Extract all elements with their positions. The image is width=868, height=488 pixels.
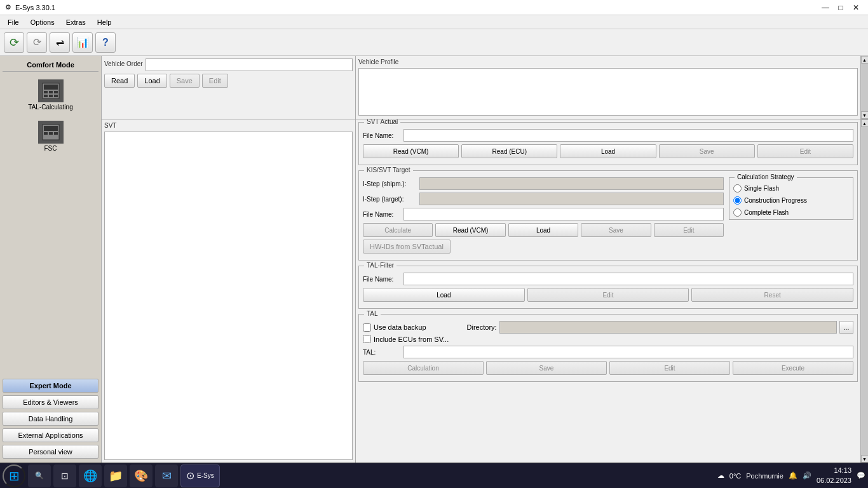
scroll-track[interactable] (861, 64, 869, 111)
search-button[interactable]: 🔍 (28, 464, 51, 487)
tal-filter-load-button[interactable]: Load (363, 288, 525, 302)
sidebar-item-tal-calculating[interactable]: TAL-Calculating (3, 74, 98, 116)
menu-options[interactable]: Options (25, 17, 60, 27)
minimize-button[interactable]: — (818, 2, 832, 13)
vehicle-order-edit-button[interactable]: Edit (202, 74, 228, 88)
svt-actual-read-ecu-button[interactable]: Read (ECU) (461, 144, 557, 158)
close-button[interactable]: ✕ (849, 2, 863, 13)
kis-load-button[interactable]: Load (508, 223, 578, 237)
use-data-backup-checkbox[interactable] (363, 323, 371, 332)
external-applications-button[interactable]: External Applications (3, 428, 98, 442)
svg-rect-4 (54, 91, 58, 93)
config-scroll-down-button[interactable]: ▼ (861, 455, 869, 463)
vehicle-profile-label: Vehicle Profile (358, 58, 858, 65)
config-scrollbar[interactable]: ▲ ▼ (860, 119, 868, 463)
forward-button[interactable]: ⟳ (27, 32, 47, 53)
tal-filter-filename-input[interactable] (403, 273, 853, 285)
svt-actual-filename-input[interactable] (403, 129, 853, 142)
edge-button[interactable]: 🌐 (79, 464, 102, 487)
scroll-up-button[interactable]: ▲ (861, 56, 869, 64)
svt-actual-read-vcm-button[interactable]: Read (VCM) (363, 144, 459, 158)
taskbar: ⊞ 🔍 ⊡ 🌐 📁 🎨 ✉ ⊙ E-Sys ☁ 0°C Pochmurnie 🔔… (0, 463, 868, 488)
maximize-button[interactable]: □ (834, 2, 848, 13)
clock-time: 14:13 (817, 466, 851, 475)
kis-calculate-button[interactable]: Calculate (363, 223, 433, 237)
svg-rect-1 (44, 85, 58, 90)
notification-icon[interactable]: 💬 (857, 471, 865, 480)
connection-button[interactable]: ⇌ (50, 32, 70, 53)
svt-actual-edit-button[interactable]: Edit (757, 144, 853, 158)
mail-button[interactable]: ✉ (155, 464, 178, 487)
kis-edit-button[interactable]: Edit (654, 223, 724, 237)
menu-extras[interactable]: Extras (61, 17, 91, 27)
taskbar-clock[interactable]: 14:13 06.02.2023 (817, 466, 851, 485)
files-button[interactable]: 📁 (104, 464, 127, 487)
tal-edit-button[interactable]: Edit (609, 361, 730, 375)
kis-svt-inner: I-Step (shipm.): I-Step (target): (363, 177, 853, 256)
kis-read-vcm-button[interactable]: Read (VCM) (435, 223, 505, 237)
personal-view-button[interactable]: Personal view (3, 445, 98, 459)
construction-progress-label: Construction Progress (744, 197, 807, 204)
istep-ship-dropdown-wrap (419, 177, 724, 190)
editors-viewers-button[interactable]: Editors & Viewers (3, 395, 98, 409)
kis-svt-buttons: Calculate Read (VCM) Load Save Edit (363, 223, 724, 237)
scroll-down-button[interactable]: ▼ (861, 111, 869, 119)
istep-target-dropdown-wrap (419, 193, 724, 205)
config-scroll-up-button[interactable]: ▲ (861, 119, 869, 127)
construction-progress-radio[interactable] (733, 196, 742, 205)
hw-ids-button[interactable]: HW-IDs from SVTactual (363, 240, 451, 254)
sidebar-item-fsc[interactable]: FSC (3, 116, 98, 157)
tal-execute-button[interactable]: Execute (733, 361, 853, 375)
tal-filter-buttons: Load Edit Reset (363, 288, 853, 302)
directory-input[interactable] (499, 321, 837, 334)
directory-browse-button[interactable]: ... (839, 321, 853, 334)
tal-input[interactable] (403, 346, 853, 358)
help-button[interactable]: ? (95, 32, 116, 53)
svt-actual-load-button[interactable]: Load (560, 144, 656, 158)
calc-strategy-title: Calculation Strategy (735, 173, 797, 180)
tal-filter-content: File Name: Load Edit Reset (363, 273, 853, 302)
tal-filter-edit-button[interactable]: Edit (527, 288, 689, 302)
include-ecus-checkbox[interactable] (363, 335, 371, 343)
clock-date: 06.02.2023 (817, 476, 851, 485)
menu-help[interactable]: Help (92, 17, 117, 27)
tal-calculation-button[interactable]: Calculation (363, 361, 484, 375)
task-view-button[interactable]: ⊡ (53, 464, 76, 487)
vehicle-profile-scrollbar[interactable]: ▲ ▼ (860, 56, 868, 119)
bottom-panels: SVT SVT Actual File Name: Read (VCM) (102, 119, 868, 463)
complete-flash-radio[interactable] (733, 208, 742, 217)
start-button[interactable]: ⊞ (3, 464, 25, 487)
kis-svt-target-group: KIS/SVT Target I-Step (shipm.): (358, 170, 858, 261)
config-scroll-track[interactable] (861, 127, 869, 455)
svt-actual-save-button[interactable]: Save (659, 144, 755, 158)
tal-save-button[interactable]: Save (486, 361, 607, 375)
tal-filter-reset-button[interactable]: Reset (691, 288, 853, 302)
back-button[interactable]: ⟳ (4, 32, 24, 53)
fsc-label: FSC (44, 145, 57, 152)
vehicle-order-load-button[interactable]: Load (137, 74, 166, 88)
svg-rect-9 (44, 126, 58, 131)
vehicle-order-save-button[interactable]: Save (170, 74, 200, 88)
vehicle-order-input[interactable] (146, 58, 353, 71)
tal-group: TAL Use data backup Directory: ... Inclu… (358, 314, 858, 382)
network-icon: 🔔 (789, 471, 797, 480)
sidebar-header: Comfort Mode (3, 58, 98, 72)
kis-filename-input[interactable] (403, 208, 724, 220)
weather-location: Pochmurnie (746, 472, 783, 480)
expert-mode-button[interactable]: Expert Mode (3, 379, 98, 393)
istep-ship-dropdown[interactable] (419, 177, 724, 190)
menu-file[interactable]: File (3, 17, 24, 27)
kis-save-button[interactable]: Save (581, 223, 651, 237)
vehicle-order-read-button[interactable]: Read (104, 74, 135, 88)
svt-content (104, 132, 353, 460)
istep-target-dropdown[interactable] (419, 193, 724, 205)
single-flash-radio[interactable] (733, 184, 742, 193)
istep-ship-row: I-Step (shipm.): (363, 177, 724, 190)
kis-svt-target-title: KIS/SVT Target (364, 166, 413, 173)
chart-button[interactable]: 📊 (72, 32, 93, 53)
bmw-esys-taskbar-button[interactable]: ⊙ E-Sys (180, 464, 220, 487)
media-button[interactable]: 🎨 (130, 464, 153, 487)
svt-panel: SVT (102, 119, 356, 463)
complete-flash-label: Complete Flash (744, 209, 789, 216)
data-handling-button[interactable]: Data Handling (3, 412, 98, 426)
